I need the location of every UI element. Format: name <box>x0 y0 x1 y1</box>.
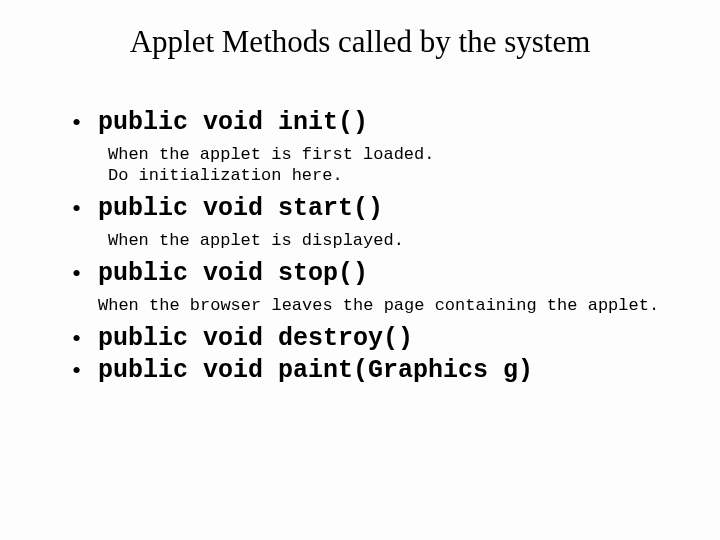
method-signature: public void start() <box>98 194 383 224</box>
method-signature: public void paint(Graphics g) <box>98 356 533 386</box>
list-item: • public void destroy() <box>72 324 680 354</box>
bullet-icon: • <box>72 108 98 138</box>
method-description: When the browser leaves the page contain… <box>98 295 680 316</box>
list-item: • public void start() <box>72 194 680 224</box>
method-description: When the applet is first loaded. Do init… <box>108 144 680 186</box>
bullet-icon: • <box>72 324 98 354</box>
list-item: • public void paint(Graphics g) <box>72 356 680 386</box>
method-description: When the applet is displayed. <box>108 230 680 251</box>
method-signature: public void destroy() <box>98 324 413 354</box>
method-signature: public void stop() <box>98 259 368 289</box>
list-item: • public void stop() <box>72 259 680 289</box>
bullet-icon: • <box>72 356 98 386</box>
content-area: • public void init() When the applet is … <box>40 108 680 386</box>
method-signature: public void init() <box>98 108 368 138</box>
list-item: • public void init() <box>72 108 680 138</box>
slide-title: Applet Methods called by the system <box>60 24 660 60</box>
bullet-icon: • <box>72 259 98 289</box>
bullet-icon: • <box>72 194 98 224</box>
